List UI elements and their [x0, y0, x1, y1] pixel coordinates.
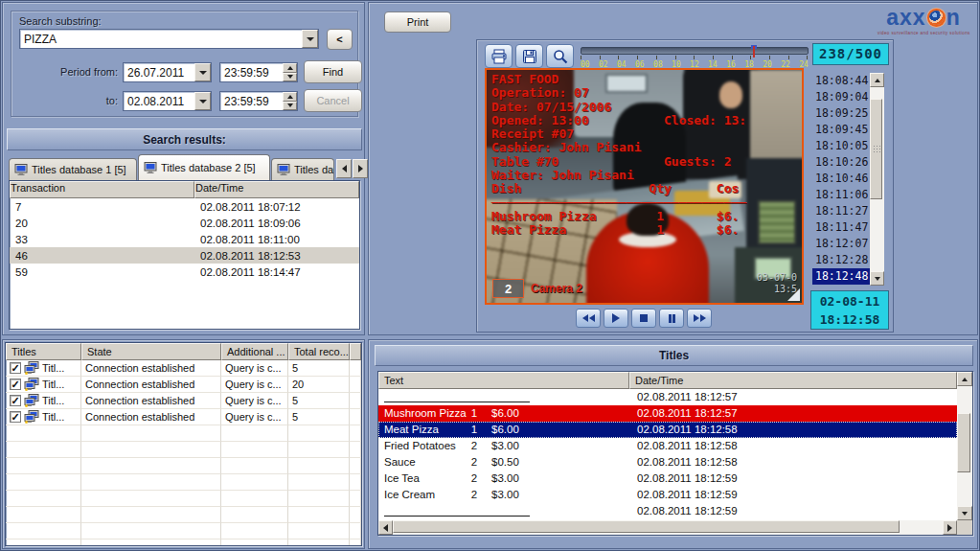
- from-time-value[interactable]: 23:59:59: [220, 64, 283, 81]
- to-time-spinner[interactable]: 23:59:59: [219, 91, 298, 111]
- row-checkbox[interactable]: ✓: [10, 395, 21, 406]
- scroll-down-button[interactable]: [870, 271, 884, 286]
- search-substring-combo[interactable]: PIZZA: [19, 29, 319, 49]
- column-header-text[interactable]: Text: [378, 372, 629, 389]
- timestamp-item[interactable]: 18:09:25: [812, 105, 870, 122]
- to-date-value[interactable]: 02.08.2011: [124, 93, 194, 110]
- zoom-frame-button[interactable]: [546, 44, 574, 68]
- scrollbar-track[interactable]: [957, 386, 972, 506]
- timestamp-item[interactable]: 18:10:46: [812, 171, 870, 187]
- tab-titles-database-3[interactable]: Titles dat.: [271, 158, 334, 180]
- table-row-highlighted-red[interactable]: Mushroom Pizza1$6.00 02.08.2011 18:12:57: [378, 405, 957, 422]
- table-row[interactable]: 5902.08.2011 18:14:47: [10, 264, 359, 280]
- row-checkbox[interactable]: ✓: [10, 362, 21, 374]
- table-row-separator[interactable]: 02.08.2011 18:12:59: [378, 503, 957, 519]
- cancel-button[interactable]: Cancel: [304, 89, 362, 112]
- timestamp-item[interactable]: 18:12:28: [812, 252, 870, 268]
- timestamp-item[interactable]: 18:08:44: [812, 73, 870, 89]
- tab-titles-database-2[interactable]: Titles database 2 [5]: [138, 154, 270, 180]
- spin-down-button[interactable]: [283, 102, 297, 111]
- to-time-value[interactable]: 23:59:59: [220, 93, 283, 110]
- scrollbar-track[interactable]: [393, 520, 943, 535]
- tab-scroll-right-button[interactable]: [353, 159, 368, 178]
- search-substring-dropdown-button[interactable]: [302, 30, 318, 48]
- scroll-up-button[interactable]: [957, 372, 972, 386]
- timestamp-item[interactable]: 18:09:04: [812, 89, 870, 105]
- timestamp-item[interactable]: 18:11:06: [812, 187, 870, 203]
- timestamp-item-selected[interactable]: 18:12:48: [812, 268, 870, 285]
- column-header-transaction[interactable]: Transaction: [10, 181, 194, 198]
- rewind-button[interactable]: [576, 309, 601, 328]
- column-header-additional[interactable]: Additional ...: [221, 343, 288, 360]
- timestamp-item[interactable]: 18:11:27: [812, 203, 870, 219]
- row-checkbox[interactable]: ✓: [10, 379, 21, 390]
- tab-titles-database-1[interactable]: Titles database 1 [5]: [9, 158, 137, 180]
- table-row[interactable]: Sauce2$0.50 02.08.2011 18:12:58: [378, 454, 957, 471]
- to-time-spin-buttons[interactable]: [283, 92, 297, 110]
- scroll-left-button[interactable]: [378, 520, 393, 535]
- table-row-selected[interactable]: Meat Pizza1$6.00 02.08.2011 18:12:58: [378, 422, 957, 438]
- scroll-down-button[interactable]: [957, 506, 972, 520]
- stop-button[interactable]: [631, 309, 656, 328]
- scroll-up-button[interactable]: [870, 73, 884, 87]
- table-row-selected[interactable]: 4602.08.2011 18:12:53: [10, 247, 359, 264]
- timeline-marker[interactable]: [753, 46, 755, 57]
- print-frame-button[interactable]: [485, 44, 513, 68]
- column-header-state[interactable]: State: [81, 343, 221, 360]
- play-button[interactable]: [604, 309, 628, 328]
- search-substring-value[interactable]: PIZZA: [20, 31, 302, 48]
- row-checkbox[interactable]: ✓: [10, 411, 21, 423]
- column-header-titles[interactable]: Titles: [6, 343, 81, 360]
- timestamp-scrollbar[interactable]: [870, 73, 884, 286]
- cell-item-name: Ice Cream: [384, 489, 435, 500]
- titles-horizontal-scrollbar[interactable]: [378, 520, 957, 535]
- timestamp-item[interactable]: 18:10:26: [812, 154, 870, 171]
- column-header-datetime[interactable]: Date/Time: [629, 372, 957, 389]
- from-time-spin-buttons[interactable]: [283, 63, 297, 81]
- to-date-combo[interactable]: 02.08.2011: [123, 91, 212, 111]
- cell-datetime: 02.08.2011 18:12:53: [194, 250, 359, 262]
- timestamp-item[interactable]: 18:09:45: [812, 122, 870, 138]
- table-row[interactable]: 3302.08.2011 18:11:00: [10, 231, 359, 247]
- column-header-total[interactable]: Total reco...: [288, 343, 350, 360]
- timeline-groove[interactable]: [581, 47, 809, 55]
- table-row[interactable]: Ice Tea2$3.00 02.08.2011 18:12:59: [378, 471, 957, 487]
- table-row[interactable]: 702.08.2011 18:07:12: [10, 198, 359, 215]
- table-row[interactable]: ✓Titl... Connection established Query is…: [6, 393, 361, 409]
- to-date-dropdown-button[interactable]: [194, 92, 211, 110]
- table-row[interactable]: Fried Potatoes2$3.00 02.08.2011 18:12:58: [378, 438, 957, 454]
- column-header-datetime[interactable]: Date/Time: [194, 181, 359, 198]
- find-button[interactable]: Find: [304, 60, 362, 83]
- tab-scroll-left-button[interactable]: [336, 159, 352, 178]
- scrollbar-thumb[interactable]: [957, 413, 970, 472]
- table-row[interactable]: 2002.08.2011 18:09:06: [10, 215, 359, 231]
- cell-transaction: 59: [10, 266, 194, 278]
- from-date-combo[interactable]: 26.07.2011: [123, 62, 212, 82]
- spin-up-button[interactable]: [283, 63, 297, 73]
- scrollbar-thumb[interactable]: [393, 520, 900, 533]
- table-row[interactable]: ✓Titl... Connection established Query is…: [6, 377, 361, 393]
- fast-forward-button[interactable]: [687, 309, 712, 328]
- scrollbar-track[interactable]: [870, 87, 884, 271]
- table-row-separator[interactable]: 02.08.2011 18:12:57: [378, 389, 957, 405]
- table-row[interactable]: ✓Titl... Connection established Query is…: [6, 409, 361, 425]
- timestamp-item[interactable]: 18:11:47: [812, 219, 870, 236]
- save-frame-button[interactable]: [515, 44, 543, 68]
- timestamp-item[interactable]: 18:12:07: [812, 236, 870, 252]
- pause-button[interactable]: [659, 309, 684, 328]
- from-date-value[interactable]: 26.07.2011: [124, 64, 194, 81]
- spin-down-button[interactable]: [283, 73, 297, 82]
- print-button[interactable]: Print: [384, 11, 451, 33]
- collapse-button[interactable]: <: [327, 29, 353, 50]
- resize-grip[interactable]: [787, 288, 800, 301]
- scrollbar-thumb[interactable]: [870, 99, 882, 199]
- table-row[interactable]: Ice Cream2$3.00 02.08.2011 18:12:59: [378, 487, 957, 503]
- scroll-right-button[interactable]: [943, 520, 957, 535]
- table-row[interactable]: ✓Titl... Connection established Query is…: [6, 360, 361, 377]
- spin-up-button[interactable]: [283, 92, 297, 102]
- from-time-spinner[interactable]: 23:59:59: [219, 62, 298, 82]
- from-date-dropdown-button[interactable]: [194, 63, 211, 81]
- video-frame[interactable]: FAST FOOD Operation: 07 Date: 07/15/2006…: [485, 68, 804, 305]
- titles-vertical-scrollbar[interactable]: [957, 372, 972, 520]
- timestamp-item[interactable]: 18:10:05: [812, 138, 870, 154]
